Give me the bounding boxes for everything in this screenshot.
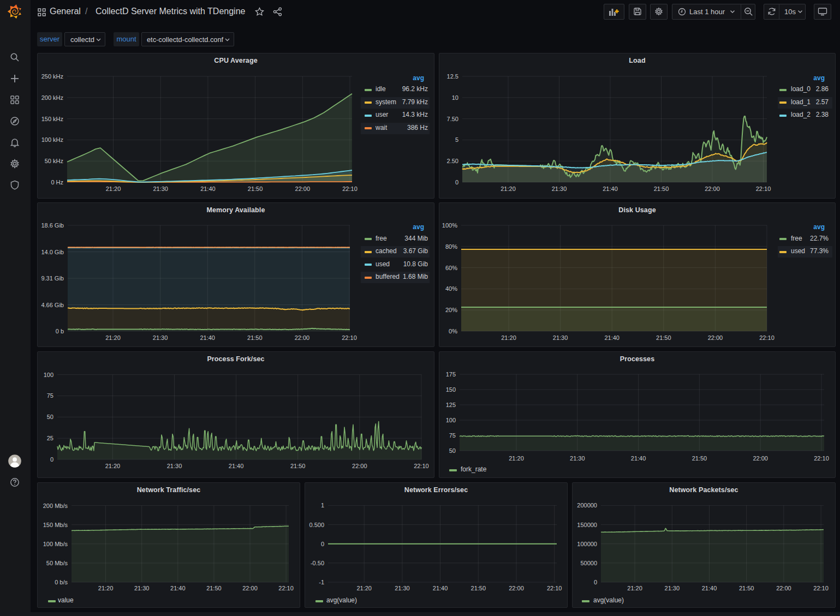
svg-text:22:10: 22:10	[278, 585, 294, 591]
svg-text:21:30: 21:30	[153, 334, 168, 341]
svg-text:21:40: 21:40	[200, 186, 216, 192]
svg-text:100: 100	[44, 372, 53, 378]
svg-text:21:50: 21:50	[471, 585, 486, 591]
svg-text:9.31 Gib: 9.31 Gib	[41, 275, 64, 282]
svg-text:-1: -1	[319, 579, 324, 585]
svg-text:100000: 100000	[577, 541, 597, 547]
svg-text:22:00: 22:00	[776, 585, 791, 591]
svg-text:22:00: 22:00	[352, 463, 367, 469]
svg-text:21:50: 21:50	[739, 585, 754, 591]
svg-text:21:50: 21:50	[247, 334, 263, 341]
svg-text:50 Mb/s: 50 Mb/s	[46, 560, 68, 566]
svg-text:22:00: 22:00	[295, 334, 310, 341]
svg-text:21:20: 21:20	[98, 585, 114, 591]
svg-text:21:30: 21:30	[395, 585, 410, 591]
svg-text:22:10: 22:10	[547, 585, 562, 591]
svg-text:75: 75	[449, 432, 456, 439]
svg-text:200000: 200000	[577, 502, 597, 509]
svg-text:21:40: 21:40	[702, 585, 717, 591]
svg-text:21:40: 21:40	[433, 585, 448, 591]
svg-text:21:30: 21:30	[553, 334, 568, 341]
svg-text:21:30: 21:30	[665, 585, 680, 591]
svg-text:21:20: 21:20	[501, 334, 516, 341]
svg-text:21:20: 21:20	[106, 186, 121, 192]
svg-text:21:50: 21:50	[692, 455, 707, 462]
svg-text:12.5: 12.5	[447, 73, 458, 80]
svg-text:0: 0	[321, 541, 324, 547]
svg-text:21:50: 21:50	[290, 463, 306, 469]
svg-text:1: 1	[321, 502, 324, 509]
svg-text:21:30: 21:30	[552, 186, 567, 192]
svg-text:21:20: 21:20	[356, 585, 372, 591]
svg-text:200 Mb/s: 200 Mb/s	[43, 503, 68, 509]
svg-text:21:40: 21:40	[200, 334, 215, 341]
svg-text:100 kHz: 100 kHz	[41, 136, 63, 143]
svg-text:21:40: 21:40	[603, 186, 618, 192]
svg-text:22:10: 22:10	[342, 334, 357, 341]
svg-text:5: 5	[455, 136, 458, 143]
svg-text:250 kHz: 250 kHz	[41, 73, 63, 80]
svg-text:0 b/s: 0 b/s	[55, 579, 68, 585]
svg-text:21:40: 21:40	[604, 334, 619, 341]
svg-text:60%: 60%	[445, 265, 457, 271]
svg-text:21:20: 21:20	[627, 585, 642, 591]
svg-text:10: 10	[452, 94, 458, 101]
svg-text:75: 75	[47, 392, 53, 399]
svg-text:0 Hz: 0 Hz	[51, 179, 63, 186]
svg-text:21:30: 21:30	[134, 585, 150, 591]
svg-text:4.66 Gib: 4.66 Gib	[41, 302, 64, 308]
svg-text:21:20: 21:20	[105, 463, 121, 469]
svg-text:100 Mb/s: 100 Mb/s	[43, 541, 68, 547]
svg-text:22:00: 22:00	[509, 585, 524, 591]
svg-text:21:30: 21:30	[167, 463, 182, 469]
svg-text:0.500: 0.500	[309, 522, 324, 528]
svg-text:175: 175	[446, 371, 456, 378]
svg-text:125: 125	[446, 402, 456, 408]
svg-text:21:30: 21:30	[153, 186, 168, 192]
svg-text:22:10: 22:10	[342, 186, 358, 192]
svg-text:22:00: 22:00	[705, 186, 720, 192]
svg-text:21:50: 21:50	[656, 334, 671, 341]
svg-text:40%: 40%	[445, 285, 457, 292]
svg-text:22:00: 22:00	[295, 186, 311, 192]
svg-text:21:20: 21:20	[501, 186, 516, 192]
svg-text:22:00: 22:00	[242, 585, 258, 591]
svg-text:0%: 0%	[449, 328, 457, 334]
svg-text:150000: 150000	[577, 522, 597, 528]
svg-text:20%: 20%	[445, 307, 457, 313]
svg-text:0: 0	[50, 456, 53, 463]
svg-text:0: 0	[455, 179, 458, 186]
svg-text:21:30: 21:30	[570, 455, 585, 462]
svg-text:50: 50	[47, 414, 53, 420]
svg-text:18.6 Gib: 18.6 Gib	[41, 222, 64, 229]
svg-text:100%: 100%	[442, 222, 457, 229]
svg-text:21:40: 21:40	[170, 585, 186, 591]
svg-text:22:10: 22:10	[756, 186, 771, 192]
svg-text:21:20: 21:20	[509, 455, 524, 462]
svg-text:22:00: 22:00	[708, 334, 723, 341]
svg-text:22:00: 22:00	[753, 455, 768, 462]
svg-text:150: 150	[446, 386, 456, 393]
svg-text:25: 25	[47, 435, 53, 441]
svg-text:50: 50	[449, 447, 456, 454]
svg-text:0 b: 0 b	[56, 328, 64, 334]
svg-text:50 kHz: 50 kHz	[45, 158, 63, 164]
svg-text:100: 100	[446, 417, 456, 423]
svg-text:0: 0	[594, 579, 597, 585]
svg-text:22:10: 22:10	[814, 455, 829, 462]
svg-text:21:50: 21:50	[248, 186, 263, 192]
svg-text:200 kHz: 200 kHz	[41, 94, 63, 101]
svg-text:21:20: 21:20	[105, 334, 121, 341]
svg-text:7.50: 7.50	[447, 116, 458, 122]
svg-text:22:10: 22:10	[813, 585, 829, 591]
svg-text:21:50: 21:50	[206, 585, 222, 591]
svg-text:21:40: 21:40	[229, 463, 244, 469]
svg-text:14.0 Gib: 14.0 Gib	[41, 249, 64, 255]
svg-text:-0.50: -0.50	[311, 560, 324, 566]
svg-text:50000: 50000	[580, 560, 597, 566]
svg-text:150 Mb/s: 150 Mb/s	[43, 522, 68, 528]
svg-text:22:10: 22:10	[759, 334, 775, 341]
svg-text:150 kHz: 150 kHz	[41, 116, 63, 122]
svg-text:80%: 80%	[445, 243, 457, 250]
svg-text:21:40: 21:40	[631, 455, 646, 462]
